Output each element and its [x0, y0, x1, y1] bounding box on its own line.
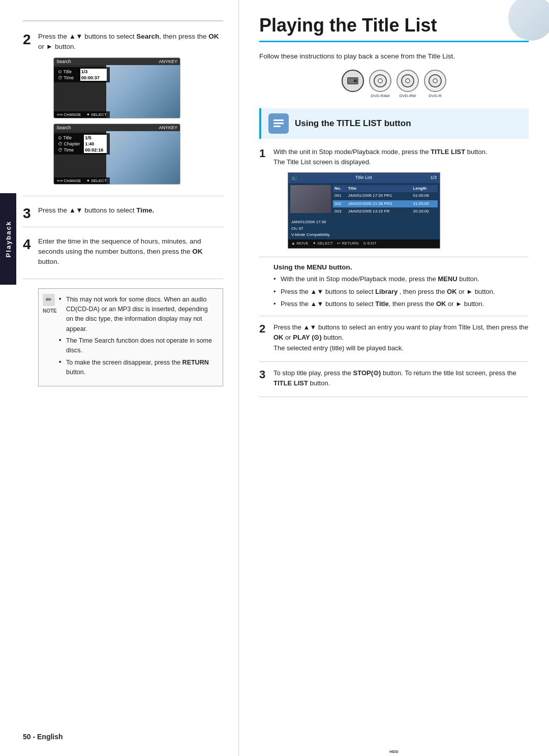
- screenshot-2-bottom: ⟺ CHANGE ✦ SELECT: [54, 177, 110, 184]
- tl-header-page: 1/3: [430, 174, 437, 182]
- tl-bottom-info: JAN/01/2006 17:36 Ch: 07 V-Mode Compatib…: [288, 218, 440, 239]
- ss1-label-2: ⏱ Time: [57, 75, 80, 81]
- title-list-screen: 📺 Title List 1/3 No. Title: [288, 172, 440, 249]
- svg-rect-11: [273, 126, 281, 127]
- r-step-2-content: Press the ▲▼ buttons to select an entry …: [273, 322, 529, 353]
- r-step-2-sub: The selected entry (title) will be playe…: [273, 344, 404, 352]
- menu-item-1: With the unit in Stop mode/Playback mode…: [273, 274, 529, 285]
- step-4-row: 4 Enter the time in the sequence of hour…: [23, 236, 223, 267]
- r-step-1-content: With the unit in Stop mode/Playback mode…: [273, 147, 529, 249]
- ss2-table: ⊙ Title 1/5 ⏱ Chapter 1:40 ⏱ Time 00:02:…: [57, 135, 107, 153]
- r-step-1-sub: The Title List screen is displayed.: [273, 158, 371, 166]
- divider-3: [23, 279, 223, 279]
- ss1-row-2: ⏱ Time 00:00:37: [57, 75, 107, 81]
- page-title: Playing the Title List: [259, 15, 529, 42]
- note-item-2: The Time Search function does not operat…: [59, 336, 215, 356]
- title-list-button-icon: [268, 113, 289, 134]
- menu-item-2: Press the ▲▼ buttons to select Library ,…: [273, 287, 529, 297]
- tl-header-title: Title List: [355, 174, 372, 182]
- ss1-val-2: 00:00:37: [80, 75, 107, 81]
- tl-r3-no: 003: [333, 207, 347, 215]
- tl-col-length: Length: [412, 185, 438, 192]
- dvdrw-icon: [396, 70, 419, 92]
- ss2-label-1: ⊙ Title: [57, 135, 84, 141]
- screenshot-1-overlay: Search ANYKEY: [54, 58, 180, 65]
- step-3-text: Press the ▲▼ buttons to select Time.: [38, 205, 223, 216]
- page-container: Playback 2 Press the ▲▼ buttons to selec…: [0, 0, 549, 756]
- birds-bg-2: [106, 124, 180, 184]
- feature-title: Using the TITLE LIST button: [295, 118, 411, 129]
- svg-point-8: [433, 79, 437, 83]
- tl-thumbnail: [290, 185, 331, 213]
- ss2-row-2: ⏱ Chapter 1:40: [57, 141, 107, 147]
- tl-content: No. Title Length 001 JAN/01/2006 17:20 P…: [288, 183, 440, 218]
- svg-point-4: [378, 79, 382, 83]
- r-step-2-row: 2 Press the ▲▼ buttons to select an entr…: [259, 322, 529, 353]
- sidebar-tab: Playback: [0, 193, 16, 285]
- ss1-anykey: ANYKEY: [159, 59, 177, 64]
- tl-r3-title: JAN/02/2005 13:15 FR: [347, 207, 412, 215]
- tl-row-2: 002 JAN/02/2006 21:36 PR3 31:00:00: [333, 200, 438, 207]
- step-3-number: 3: [23, 205, 31, 222]
- svg-rect-10: [273, 123, 284, 124]
- tl-ctrl-exit: ⊙ EXIT: [363, 240, 377, 247]
- dvdr-label: DVD-R: [429, 94, 441, 98]
- ss2-row-1: ⊙ Title 1/5: [57, 135, 107, 141]
- tl-r1-len: 01:00:08: [412, 192, 438, 200]
- ss1-label-1: ⊙ Title: [57, 69, 80, 75]
- note-list: This may not work for some discs. When a…: [59, 295, 215, 378]
- tl-row-1: 001 JAN/01/2006 17:20 PR1 01:00:08: [333, 192, 438, 200]
- tl-col-title: Title: [347, 185, 412, 192]
- divider-r1: [259, 257, 529, 257]
- tl-header-icon: 📺: [291, 174, 297, 182]
- svg-rect-9: [273, 119, 284, 121]
- dvdram-label: DVD-RAM: [371, 94, 389, 98]
- tl-mode: V-Mode Compatibility: [291, 232, 437, 238]
- ss2-select: ✦ SELECT: [86, 178, 107, 183]
- ss1-title: Search: [56, 59, 71, 64]
- format-icon-dvdr: DVD-R: [424, 70, 446, 98]
- sidebar-label: Playback: [5, 221, 12, 257]
- menu-item-3: Press the ▲▼ buttons to select Title, th…: [273, 299, 529, 310]
- screenshot-2-info: ⊙ Title 1/5 ⏱ Chapter 1:40 ⏱ Time 00:02:…: [54, 133, 110, 155]
- step-4-text: Enter the time in the sequence of hours,…: [38, 236, 223, 267]
- note-item-1: This may not work for some discs. When a…: [59, 295, 215, 335]
- tl-thumb-date: JAN/01/2006 17:36: [291, 219, 437, 225]
- footer-text: 50 - English: [23, 733, 63, 741]
- screenshot-1-bottom: ⟺ CHANGE ✦ SELECT: [54, 111, 110, 118]
- screenshot-2-overlay: Search ANYKEY: [54, 124, 180, 131]
- r-step-1-number: 1: [259, 147, 265, 160]
- tl-ctrl-return: ↩ RETURN: [337, 240, 359, 247]
- left-column: 2 Press the ▲▼ buttons to select Search,…: [0, 0, 239, 756]
- r-step-1-row: 1 With the unit in Stop mode/Playback mo…: [259, 147, 529, 249]
- svg-point-2: [354, 79, 357, 82]
- ss2-change: ⟺ CHANGE: [57, 178, 81, 183]
- format-icon-dvdrw: DVD-RW: [396, 70, 419, 98]
- ss2-title: Search: [56, 125, 71, 130]
- divider-r3: [259, 361, 529, 362]
- divider-r2: [259, 316, 529, 316]
- tl-table: No. Title Length 001 JAN/01/2006 17:20 P…: [333, 185, 438, 216]
- tl-header-row: No. Title Length: [333, 185, 438, 192]
- r-step-3-content: To stop title play, press the STOP(⊙) bu…: [273, 368, 529, 388]
- page-footer: 50 - English: [23, 733, 63, 741]
- tl-r1-no: 001: [333, 192, 347, 200]
- note-item-3: To make the screen disappear, press the …: [59, 358, 215, 378]
- r-step-3-text: To stop title play, press the STOP(⊙) bu…: [273, 368, 529, 388]
- format-icon-hdd: HDD: [342, 70, 364, 98]
- tl-r2-title: JAN/02/2006 21:36 PR3: [347, 200, 412, 207]
- divider-2: [23, 227, 223, 227]
- dvdr-icon: [424, 70, 446, 92]
- ss2-val-2: 1:40: [84, 141, 107, 147]
- r-step-3-row: 3 To stop title play, press the STOP(⊙) …: [259, 368, 529, 388]
- step-2-text: Press the ▲▼ buttons to select Search, t…: [38, 32, 223, 52]
- ss1-select: ✦ SELECT: [86, 112, 107, 117]
- divider-r4: [259, 397, 529, 397]
- top-divider: [23, 20, 223, 21]
- tl-row-3: 003 JAN/02/2005 13:15 FR 20:20:00: [333, 207, 438, 215]
- ss2-val-3: 00:02:16: [84, 147, 107, 153]
- step-2-row: 2 Press the ▲▼ buttons to select Search,…: [23, 32, 223, 185]
- ss2-label-3: ⏱ Time: [57, 147, 84, 153]
- step-4-number: 4: [23, 236, 31, 253]
- tl-ctrl-move: ▲ MOVE: [291, 240, 309, 247]
